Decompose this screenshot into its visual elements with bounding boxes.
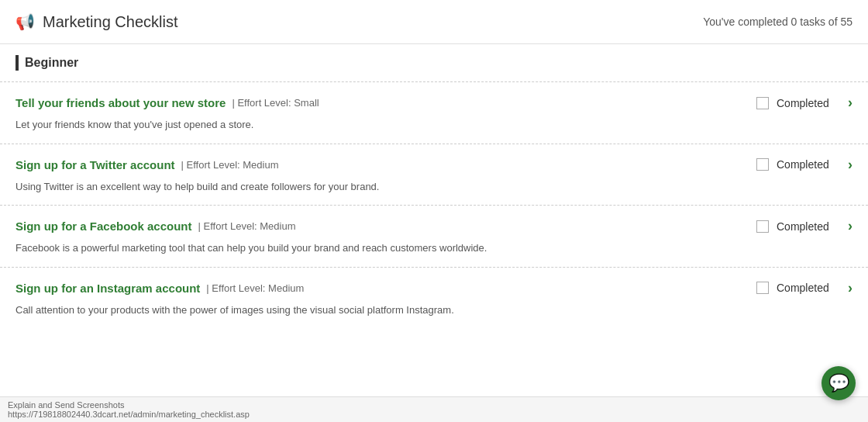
item-completed-label-3: Completed [777, 220, 831, 233]
chevron-right-icon-4: › [848, 280, 852, 296]
header-left: 📢 Marketing Checklist [16, 12, 178, 31]
item-right-3: Completed › [756, 218, 852, 234]
item-effort-4: | Effort Level: Medium [206, 282, 304, 294]
progress-text: You've completed 0 tasks of 55 [703, 16, 852, 28]
item-description-4: Call attention to your products with the… [16, 303, 852, 318]
item-top-row-1: Tell your friends about your new store |… [16, 95, 852, 111]
item-top-row-4: Sign up for an Instagram account | Effor… [16, 280, 852, 296]
item-right-2: Completed › [756, 157, 852, 173]
checklist-item-3[interactable]: Sign up for a Facebook account | Effort … [0, 205, 868, 267]
item-description-3: Facebook is a powerful marketing tool th… [16, 240, 852, 256]
item-title-group-1: Tell your friends about your new store |… [16, 96, 756, 109]
item-title-1: Tell your friends about your new store [16, 96, 226, 109]
item-checkbox-3[interactable] [756, 220, 769, 233]
page-title: Marketing Checklist [43, 13, 178, 31]
item-title-group-4: Sign up for an Instagram account | Effor… [16, 282, 756, 295]
item-completed-label-1: Completed [777, 97, 831, 109]
chevron-right-icon-1: › [848, 95, 852, 111]
item-top-row-3: Sign up for a Facebook account | Effort … [16, 218, 852, 234]
megaphone-icon: 📢 [16, 12, 35, 31]
item-completed-label-4: Completed [777, 282, 831, 294]
page-header: 📢 Marketing Checklist You've completed 0… [0, 0, 868, 44]
checklist-item-1[interactable]: Tell your friends about your new store |… [0, 81, 868, 144]
item-right-1: Completed › [756, 95, 852, 111]
item-completed-label-2: Completed [777, 158, 831, 171]
item-effort-3: | Effort Level: Medium [198, 220, 296, 232]
checklist-item-2[interactable]: Sign up for a Twitter account | Effort L… [0, 144, 868, 206]
item-right-4: Completed › [756, 280, 852, 296]
item-title-4: Sign up for an Instagram account [16, 282, 200, 295]
item-checkbox-2[interactable] [756, 158, 769, 171]
item-description-1: Let your friends know that you've just o… [16, 117, 852, 133]
section-divider-icon [16, 55, 19, 71]
item-title-2: Sign up for a Twitter account [16, 158, 175, 171]
item-title-group-3: Sign up for a Facebook account | Effort … [16, 220, 756, 233]
item-title-group-2: Sign up for a Twitter account | Effort L… [16, 158, 756, 171]
item-checkbox-1[interactable] [756, 97, 769, 109]
item-title-3: Sign up for a Facebook account [16, 220, 192, 233]
item-top-row-2: Sign up for a Twitter account | Effort L… [16, 157, 852, 173]
section-title: Beginner [25, 56, 78, 70]
item-effort-1: | Effort Level: Small [232, 97, 319, 109]
item-effort-2: | Effort Level: Medium [181, 159, 279, 171]
checklist-container: Tell your friends about your new store |… [0, 81, 868, 328]
item-checkbox-4[interactable] [756, 282, 769, 294]
checklist-item-4[interactable]: Sign up for an Instagram account | Effor… [0, 267, 868, 329]
chevron-right-icon-2: › [848, 157, 852, 173]
item-description-2: Using Twitter is an excellent way to hel… [16, 179, 852, 195]
chevron-right-icon-3: › [848, 218, 852, 234]
section-header: Beginner [0, 44, 868, 81]
